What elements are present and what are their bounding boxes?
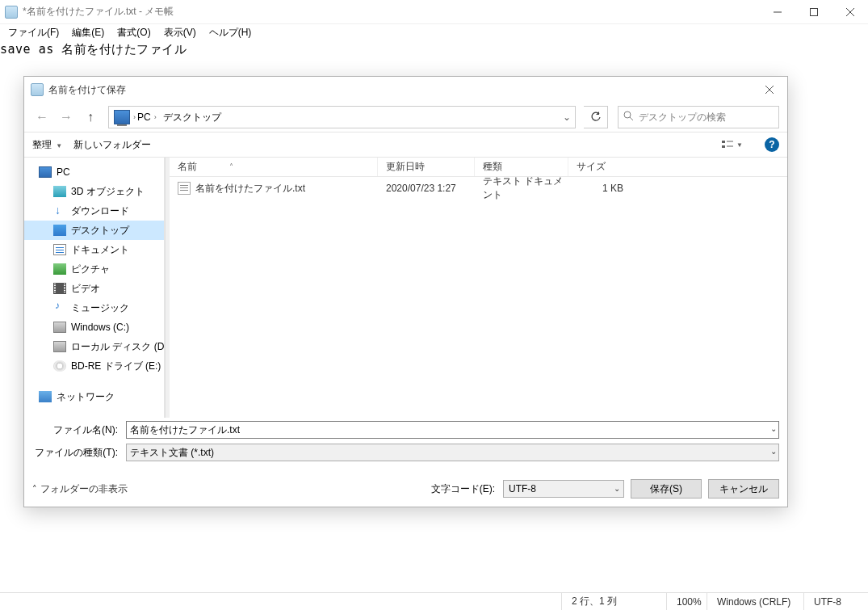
filename-row: ファイル名(N): 名前を付けたファイル.txt ⌄ [24,418,787,442]
download-icon [53,205,66,217]
chevron-down-icon[interactable]: ⌄ [770,424,777,433]
tree-pictures[interactable]: ピクチャ [24,259,164,279]
new-folder-button[interactable]: 新しいフォルダー [73,138,151,152]
breadcrumb-dropdown[interactable]: ⌄ [557,106,575,128]
hide-folders-toggle[interactable]: ˄ フォルダーの非表示 [32,482,128,496]
dialog-title: 名前を付けて保存 [48,83,126,97]
chevron-down-icon: ▼ [56,142,62,149]
svg-point-6 [624,111,631,118]
picture-icon [53,263,66,275]
filename-value: 名前を付けたファイル.txt [130,423,240,437]
dialog-icon [31,83,44,96]
music-icon [53,302,66,313]
column-date[interactable]: 更新日時 [378,158,475,176]
save-button[interactable]: 保存(S) [631,479,702,499]
column-name[interactable]: 名前 [170,158,378,176]
help-button[interactable]: ? [765,137,779,152]
file-list: 名前 更新日時 種類 サイズ 名前を付けたファイル.txt 2020/07/23… [170,158,787,418]
nav-back-button[interactable]: ← [32,107,52,127]
drive-icon [53,322,66,333]
chevron-up-icon: ˄ [32,484,37,494]
dialog-close-button[interactable] [752,78,787,102]
hide-folders-label: フォルダーの非表示 [40,482,128,496]
status-cursor-pos: 2 行、1 列 [561,593,666,610]
save-as-dialog: 名前を付けて保存 ← → ↑ › PC › デスクトップ ⌄ [23,76,788,507]
svg-rect-1 [810,8,817,15]
column-size[interactable]: サイズ [568,158,631,176]
chevron-down-icon[interactable]: ⌄ [614,484,620,493]
minimize-button[interactable] [759,0,795,24]
column-type[interactable]: 種類 [475,158,568,176]
tree-desktop-label: デスクトップ [71,224,129,238]
tree-network-label: ネットワーク [57,390,115,404]
tree-desktop[interactable]: デスクトップ [24,221,164,240]
tree-videos[interactable]: ビデオ [24,279,164,298]
cancel-button-label: キャンセル [719,482,768,496]
refresh-button[interactable] [584,106,608,128]
tree-pc[interactable]: PC [24,162,164,182]
tree-music[interactable]: ミュージック [24,298,164,318]
tree-documents[interactable]: ドキュメント [24,240,164,259]
video-icon [53,283,66,294]
menu-format[interactable]: 書式(O) [112,25,155,40]
tree-drive-e-label: BD-RE ドライブ (E:) [71,360,161,373]
menu-help[interactable]: ヘルプ(H) [204,25,257,40]
disc-icon [53,360,66,372]
tree-downloads[interactable]: ダウンロード [24,201,164,221]
chevron-down-icon[interactable]: ⌄ [770,447,777,456]
dialog-action-row: ˄ フォルダーの非表示 文字コード(E): UTF-8 ⌄ 保存(S) キャンセ… [24,465,787,507]
close-button[interactable] [832,0,868,24]
tree-drive-d[interactable]: ローカル ディスク (D:) [24,337,164,356]
encoding-value: UTF-8 [509,483,536,494]
notepad-menubar: ファイル(F) 編集(E) 書式(O) 表示(V) ヘルプ(H) [0,24,868,40]
filename-input[interactable]: 名前を付けたファイル.txt ⌄ [126,421,779,439]
tree-drive-d-label: ローカル ディスク (D:) [71,340,165,354]
nav-up-button[interactable]: ↑ [81,107,100,127]
notepad-icon [5,6,18,19]
tree-pictures-label: ピクチャ [71,263,110,276]
breadcrumb-desktop-label: デスクトップ [163,111,221,124]
status-encoding: UTF-8 [803,593,868,610]
tree-3d-objects[interactable]: 3D オブジェクト [24,182,164,201]
filetype-value: テキスト文書 (*.txt) [130,446,214,460]
notepad-text-area[interactable]: save as 名前を付けたファイル [0,40,868,57]
filename-label: ファイル名(N): [32,423,121,437]
organize-button[interactable]: 整理 ▼ [32,138,62,152]
notepad-titlebar: *名前を付けたファイル.txt - メモ帳 [0,0,868,24]
menu-view[interactable]: 表示(V) [159,25,201,40]
filetype-select[interactable]: テキスト文書 (*.txt) ⌄ [126,444,779,461]
status-bar: 2 行、1 列 100% Windows (CRLF) UTF-8 [0,592,868,610]
dialog-titlebar: 名前を付けて保存 [24,77,787,103]
tree-documents-label: ドキュメント [71,243,129,257]
notepad-title: *名前を付けたファイル.txt - メモ帳 [23,5,174,19]
chevron-down-icon: ▼ [736,141,743,149]
document-icon [53,244,66,255]
cancel-button[interactable]: キャンセル [708,479,779,499]
tree-drive-c-label: Windows (C:) [71,322,129,333]
dialog-nav-row: ← → ↑ › PC › デスクトップ ⌄ デスクトップの検索 [24,103,787,132]
tree-music-label: ミュージック [71,301,129,315]
tree-drive-e[interactable]: BD-RE ドライブ (E:) [24,356,164,376]
menu-edit[interactable]: 編集(E) [67,25,109,40]
breadcrumb-pc-label: PC [137,111,151,123]
save-button-label: 保存(S) [650,482,682,496]
chevron-right-icon: › [154,113,157,121]
filetype-row: ファイルの種類(T): テキスト文書 (*.txt) ⌄ [24,442,787,465]
svg-rect-9 [722,145,725,148]
nav-tree[interactable]: PC 3D オブジェクト ダウンロード デスクトップ ドキュメント ピクチャ [24,158,165,418]
encoding-select[interactable]: UTF-8 ⌄ [503,480,624,498]
pc-icon [39,166,52,178]
file-row[interactable]: 名前を付けたファイル.txt 2020/07/23 1:27 テキスト ドキュメ… [170,177,787,200]
search-input[interactable]: デスクトップの検索 [618,106,779,128]
breadcrumb-pc[interactable]: PC › [136,107,161,128]
view-options-button[interactable]: ▼ [719,136,745,154]
maximize-button[interactable] [795,0,832,24]
tree-drive-c[interactable]: Windows (C:) [24,318,164,337]
tree-network[interactable]: ネットワーク [24,387,164,406]
nav-forward-button[interactable]: → [57,107,76,127]
breadcrumb-desktop[interactable]: デスクトップ [161,107,226,128]
search-placeholder: デスクトップの検索 [639,111,726,124]
menu-file[interactable]: ファイル(F) [3,25,64,40]
breadcrumb-bar[interactable]: › PC › デスクトップ ⌄ [108,106,576,128]
text-file-icon [178,182,191,195]
